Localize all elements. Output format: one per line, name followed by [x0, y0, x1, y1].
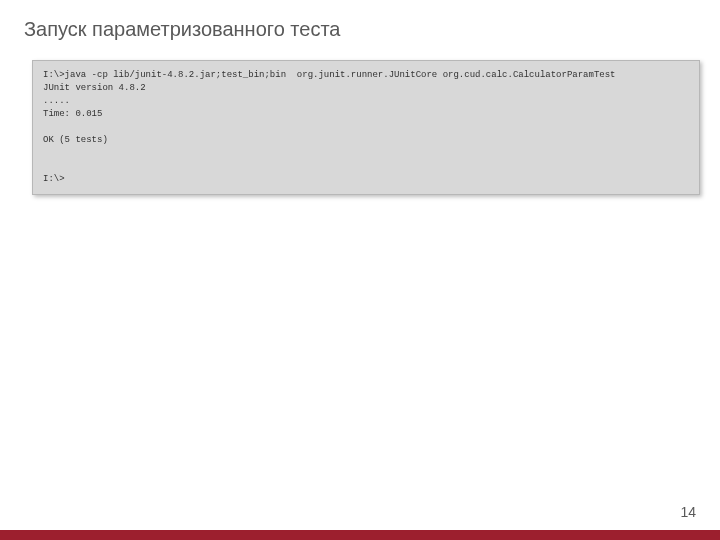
accent-bar: [0, 530, 720, 540]
terminal-output: I:\>java -cp lib/junit-4.8.2.jar;test_bi…: [43, 69, 689, 186]
terminal-window: I:\>java -cp lib/junit-4.8.2.jar;test_bi…: [32, 60, 700, 195]
page-number: 14: [680, 504, 696, 520]
slide: Запуск параметризованного теста I:\>java…: [0, 0, 720, 540]
slide-title: Запуск параметризованного теста: [24, 18, 340, 41]
